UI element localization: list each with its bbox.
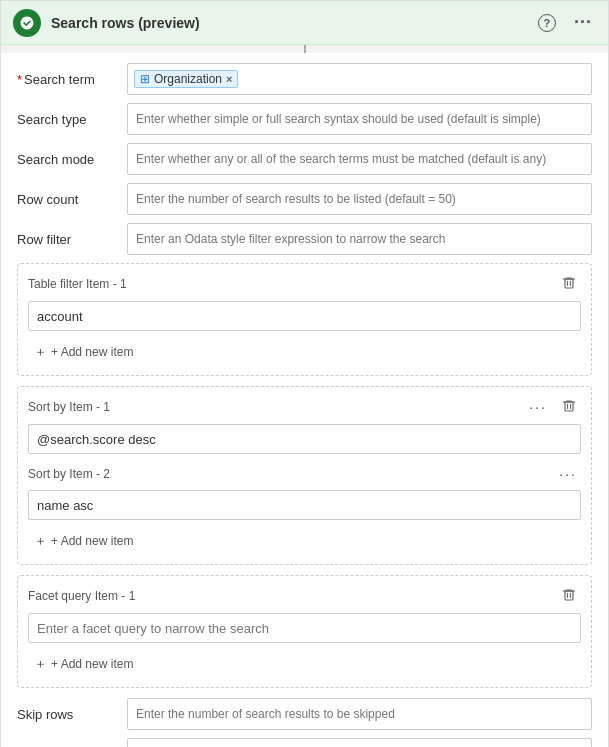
facet-header: Facet query Item - 1 bbox=[28, 584, 581, 607]
table-filter-add-button[interactable]: ＋ + Add new item bbox=[28, 339, 139, 365]
more-options-button[interactable]: ··· bbox=[570, 10, 596, 35]
facet-actions bbox=[557, 584, 581, 607]
facet-add-button[interactable]: ＋ + Add new item bbox=[28, 651, 139, 677]
row-count-label: Row count bbox=[17, 192, 127, 207]
sort-item2-header: Sort by Item - 2 ··· bbox=[28, 464, 581, 484]
search-type-row: Search type bbox=[17, 103, 592, 135]
facet-section: Facet query Item - 1 ＋ bbox=[17, 575, 592, 688]
svg-rect-4 bbox=[565, 402, 573, 411]
search-term-input[interactable]: ⊞ Organization × bbox=[127, 63, 592, 95]
logo-icon bbox=[19, 15, 35, 31]
search-type-input[interactable] bbox=[127, 103, 592, 135]
row-count-row: Row count bbox=[17, 183, 592, 215]
sort-item1-header: Sort by Item - 1 ··· bbox=[28, 395, 581, 418]
table-filter-section: Table filter Item - 1 ＋ bbox=[17, 263, 592, 376]
sort-add-label: + Add new item bbox=[51, 534, 133, 548]
sort-item1-actions: ··· bbox=[525, 395, 581, 418]
form-body: *Search term ⊞ Organization × Search typ… bbox=[1, 53, 608, 747]
window-title: Search rows (preview) bbox=[51, 15, 534, 31]
sort-add-button[interactable]: ＋ + Add new item bbox=[28, 528, 139, 554]
sort-item2-actions: ··· bbox=[555, 464, 581, 484]
main-window: Search rows (preview) ? ··· *Search term… bbox=[0, 0, 609, 747]
table-filter-header: Table filter Item - 1 bbox=[28, 272, 581, 295]
svg-rect-8 bbox=[565, 591, 573, 600]
search-mode-label: Search mode bbox=[17, 152, 127, 167]
title-bar: Search rows (preview) ? ··· bbox=[1, 1, 608, 45]
row-count-input[interactable] bbox=[127, 183, 592, 215]
tag-icon: ⊞ bbox=[140, 72, 150, 86]
return-row-count-row: Return row count Choose an option ⌄ bbox=[17, 738, 592, 747]
sort-item2-label: Sort by Item - 2 bbox=[28, 467, 110, 481]
connector-top bbox=[1, 45, 608, 53]
search-type-label: Search type bbox=[17, 112, 127, 127]
table-filter-delete-button[interactable] bbox=[557, 272, 581, 295]
search-term-label: *Search term bbox=[17, 72, 127, 87]
skip-rows-input[interactable] bbox=[127, 698, 592, 730]
sort-item1-delete-button[interactable] bbox=[557, 395, 581, 418]
sort-item2-more-button[interactable]: ··· bbox=[555, 464, 581, 484]
sort-item1-more-button[interactable]: ··· bbox=[525, 397, 551, 417]
svg-rect-0 bbox=[565, 279, 573, 288]
table-filter-label: Table filter Item - 1 bbox=[28, 277, 127, 291]
facet-plus-icon: ＋ bbox=[34, 655, 47, 673]
sort-item1-input[interactable] bbox=[28, 424, 581, 454]
facet-delete-button[interactable] bbox=[557, 584, 581, 607]
facet-add-label: + Add new item bbox=[51, 657, 133, 671]
app-logo bbox=[13, 9, 41, 37]
sort-section: Sort by Item - 1 ··· bbox=[17, 386, 592, 565]
return-row-count-select[interactable]: Choose an option ⌄ bbox=[127, 738, 592, 747]
organization-tag: ⊞ Organization × bbox=[134, 70, 238, 88]
sort-plus-icon: ＋ bbox=[34, 532, 47, 550]
facet-input[interactable] bbox=[28, 613, 581, 643]
row-filter-label: Row filter bbox=[17, 232, 127, 247]
table-filter-input[interactable] bbox=[28, 301, 581, 331]
title-bar-actions: ? ··· bbox=[534, 10, 596, 35]
help-button[interactable]: ? bbox=[534, 12, 560, 34]
sort-item1-label: Sort by Item - 1 bbox=[28, 400, 110, 414]
plus-icon: ＋ bbox=[34, 343, 47, 361]
table-filter-add-label: + Add new item bbox=[51, 345, 133, 359]
search-mode-input[interactable] bbox=[127, 143, 592, 175]
sort-item2-input[interactable] bbox=[28, 490, 581, 520]
skip-rows-label: Skip rows bbox=[17, 707, 127, 722]
facet-label: Facet query Item - 1 bbox=[28, 589, 135, 603]
tag-close-button[interactable]: × bbox=[226, 73, 232, 85]
row-filter-input[interactable] bbox=[127, 223, 592, 255]
skip-rows-row: Skip rows bbox=[17, 698, 592, 730]
search-term-row: *Search term ⊞ Organization × bbox=[17, 63, 592, 95]
table-filter-actions bbox=[557, 272, 581, 295]
row-filter-row: Row filter bbox=[17, 223, 592, 255]
required-indicator: * bbox=[17, 72, 22, 87]
tag-text: Organization bbox=[154, 72, 222, 86]
search-mode-row: Search mode bbox=[17, 143, 592, 175]
